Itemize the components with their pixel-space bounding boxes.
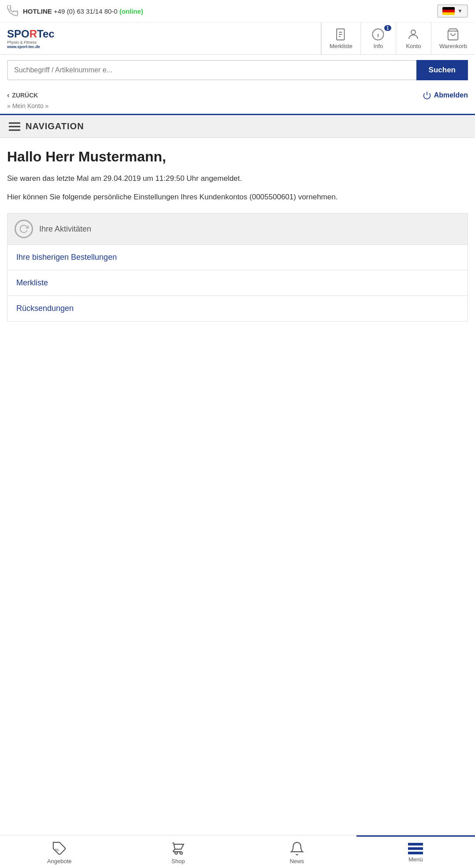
nav-merkliste[interactable]: Merkliste xyxy=(321,22,360,54)
merkliste-link-item[interactable]: Merkliste xyxy=(7,270,468,296)
hamburger-icon xyxy=(9,122,20,131)
account-info-text: Hier können Sie folgende persönliche Ein… xyxy=(7,191,468,203)
nav-konto[interactable]: Konto xyxy=(396,22,431,54)
hotline-label: HOTLINE xyxy=(23,7,52,15)
back-logout-row: ‹ ZURÜCK Abmelden xyxy=(0,86,475,101)
merkliste-link[interactable]: Merkliste xyxy=(16,278,48,287)
info-label: Info xyxy=(374,43,383,49)
back-link[interactable]: ‹ ZURÜCK xyxy=(7,91,38,99)
activity-header: Ihre Aktivitäten xyxy=(7,213,468,245)
bestellungen-link[interactable]: Ihre bisherigen Bestellungen xyxy=(16,253,117,262)
svg-point-7 xyxy=(411,30,416,34)
logo-r-letter: R xyxy=(30,28,37,40)
ruecksendungen-link[interactable]: Rücksendungen xyxy=(16,304,74,313)
welcome-heading: Hallo Herr Mustermann, xyxy=(7,149,468,165)
flag-de-icon xyxy=(442,7,455,15)
logout-label: Abmelden xyxy=(434,91,468,99)
merkliste-icon xyxy=(334,28,348,41)
back-label: ZURÜCK xyxy=(12,92,38,99)
breadcrumb-text: » Mein Konto » xyxy=(7,102,48,109)
info-icon xyxy=(371,28,385,41)
nav-warenkorb[interactable]: Warenkorb xyxy=(431,22,475,54)
logo-url: www.sport-tec.de xyxy=(7,45,55,49)
info-badge: 1 xyxy=(384,25,391,31)
power-icon xyxy=(423,91,431,100)
language-selector[interactable]: ▼ xyxy=(437,4,468,18)
bestellungen-link-item[interactable]: Ihre bisherigen Bestellungen xyxy=(7,245,468,270)
main-content: Hallo Herr Mustermann, Sie waren das let… xyxy=(0,138,475,336)
phone-icon xyxy=(7,5,19,17)
warenkorb-label: Warenkorb xyxy=(439,43,467,49)
nav-icons-bar: SPORTec Physio & Fitness www.sport-tec.d… xyxy=(0,22,475,55)
chevron-down-icon: ▼ xyxy=(457,8,463,14)
logo-subtitle: Physio & Fitness xyxy=(7,40,55,45)
activity-links: Ihre bisherigen Bestellungen Merkliste R… xyxy=(7,245,468,321)
activity-title: Ihre Aktivitäten xyxy=(39,224,91,234)
refresh-icon xyxy=(19,224,29,234)
navigation-label: NAVIGATION xyxy=(26,121,84,131)
nav-info[interactable]: 1 Info xyxy=(360,22,396,54)
logout-link[interactable]: Abmelden xyxy=(423,91,468,100)
ruecksendungen-link-item[interactable]: Rücksendungen xyxy=(7,296,468,321)
konto-label: Konto xyxy=(406,43,421,49)
merkliste-label: Merkliste xyxy=(330,43,353,49)
top-bar: HOTLINE +49 (0) 63 31/14 80-0 (online) ▼ xyxy=(0,0,475,22)
hotline-status: (online) xyxy=(119,7,143,15)
warenkorb-icon xyxy=(446,28,460,41)
konto-icon xyxy=(407,28,420,41)
back-chevron-icon: ‹ xyxy=(7,91,9,99)
navigation-bar[interactable]: NAVIGATION xyxy=(0,114,475,138)
search-button[interactable]: Suchen xyxy=(416,60,468,80)
hotline-area: HOTLINE +49 (0) 63 31/14 80-0 (online) xyxy=(7,5,143,17)
logo-sport: SPORT xyxy=(7,28,43,40)
last-login-text: Sie waren das letzte Mal am 29.04.2019 u… xyxy=(7,173,468,184)
logo-tec: ec xyxy=(43,28,55,40)
activity-icon xyxy=(15,220,33,238)
logo[interactable]: SPORTec Physio & Fitness www.sport-tec.d… xyxy=(0,22,321,54)
search-bar: Suchen xyxy=(7,60,468,80)
breadcrumb: » Mein Konto » xyxy=(0,101,475,114)
activity-section: Ihre Aktivitäten Ihre bisherigen Bestell… xyxy=(7,213,468,322)
page-spacer xyxy=(0,336,475,371)
search-input[interactable] xyxy=(7,60,416,80)
hotline-number: +49 (0) 63 31/14 80-0 xyxy=(54,7,118,15)
